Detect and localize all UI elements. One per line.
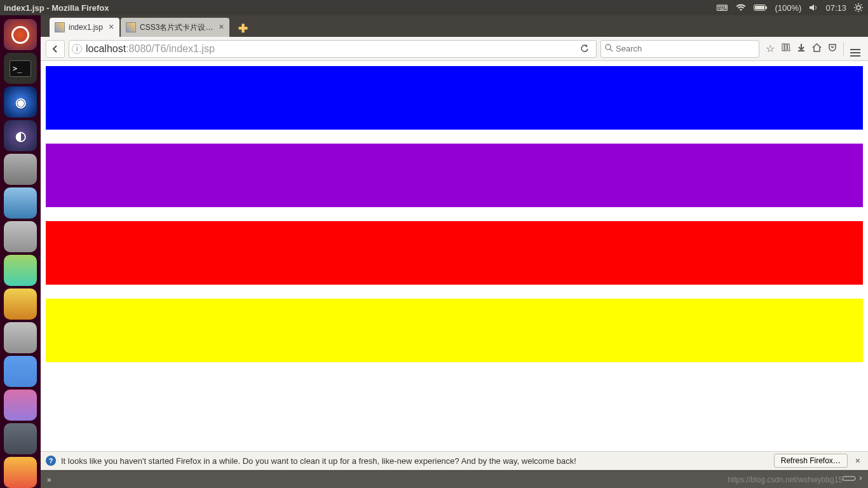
svg-point-3 — [857, 6, 860, 10]
url-bar[interactable]: i localhost:8080/T6/index1.jsp — [69, 40, 597, 58]
notification-text: It looks like you haven't started Firefo… — [61, 456, 576, 466]
toolbar-buttons: ☆ — [763, 41, 863, 57]
launcher-app-14[interactable] — [4, 457, 37, 488]
svg-rect-16 — [843, 477, 855, 480]
launcher-app-11[interactable] — [4, 356, 37, 387]
svg-text:×: × — [859, 475, 862, 482]
battery-text: (100%) — [775, 3, 802, 13]
window-title: index1.jsp - Mozilla Firefox — [4, 3, 109, 13]
search-bar[interactable] — [600, 40, 759, 58]
tab-close-button[interactable]: × — [107, 22, 116, 31]
notification-bar: ? It looks like you haven't started Fire… — [41, 451, 868, 470]
gear-icon[interactable] — [854, 3, 863, 12]
browser-tab[interactable]: CSS3名片式卡片设… × — [121, 18, 229, 37]
library-button[interactable] — [781, 43, 790, 55]
downloads-button[interactable] — [797, 43, 806, 55]
search-input[interactable] — [616, 44, 755, 53]
launcher-app-5[interactable] — [4, 154, 37, 185]
tab-close-button[interactable]: × — [217, 22, 226, 31]
browser-window: index1.jsp × CSS3名片式卡片设… × ✚ i localhost… — [41, 15, 868, 488]
keyboard-icon[interactable]: ⌨ — [716, 3, 728, 13]
battery-icon[interactable] — [754, 4, 768, 11]
svg-line-13 — [610, 49, 613, 51]
url-rest: :8080/T6/index1.jsp — [126, 43, 215, 55]
addon-bar: » × — [41, 470, 868, 488]
back-button[interactable] — [46, 40, 65, 58]
launcher-app-7[interactable] — [4, 221, 37, 252]
page-viewport — [41, 61, 868, 488]
wifi-icon[interactable] — [736, 4, 746, 11]
favicon-icon — [55, 22, 65, 32]
launcher-app-10[interactable] — [4, 322, 37, 353]
system-indicators[interactable]: ⌨ (100%) 07:13 — [716, 3, 863, 13]
bookmark-star-button[interactable]: ☆ — [766, 43, 775, 55]
svg-line-11 — [855, 10, 857, 11]
launcher-eclipse[interactable]: ◐ — [4, 120, 37, 151]
svg-line-8 — [855, 4, 857, 6]
tab-label: index1.jsp — [69, 23, 103, 32]
reload-button[interactable] — [576, 41, 593, 57]
system-menu-bar: index1.jsp - Mozilla Firefox ⌨ (100%) 07… — [0, 0, 868, 15]
tab-label: CSS3名片式卡片设… — [140, 22, 213, 33]
svg-rect-1 — [766, 6, 767, 9]
launcher-app-13[interactable] — [4, 423, 37, 454]
launcher-terminal[interactable] — [4, 53, 37, 84]
launcher-chrome[interactable]: ◉ — [4, 86, 37, 118]
clock-text: 07:13 — [825, 3, 846, 13]
svg-rect-2 — [755, 6, 764, 10]
content-bar-purple — [46, 144, 863, 207]
browser-navbar: i localhost:8080/T6/index1.jsp ☆ — [41, 37, 868, 61]
addon-bar-right[interactable]: × — [843, 475, 862, 484]
content-bar-blue — [46, 66, 863, 130]
svg-rect-14 — [782, 44, 784, 51]
url-host: localhost — [86, 43, 126, 55]
pocket-button[interactable] — [828, 43, 837, 55]
url-input[interactable] — [215, 44, 576, 54]
content-bar-red — [46, 221, 863, 285]
new-tab-button[interactable]: ✚ — [234, 20, 251, 37]
launcher-app-9[interactable] — [4, 288, 37, 320]
refresh-firefox-button[interactable]: Refresh Firefox… — [774, 454, 848, 468]
launcher-dash[interactable] — [4, 19, 37, 50]
launcher-dock: ◉ ◐ — [0, 15, 41, 488]
svg-point-12 — [606, 44, 611, 50]
menu-button[interactable] — [850, 41, 860, 57]
volume-icon[interactable] — [809, 4, 818, 11]
content-bar-yellow — [46, 299, 863, 362]
addon-bar-chevron[interactable]: » — [47, 475, 51, 484]
svg-rect-15 — [785, 44, 787, 51]
launcher-app-12[interactable] — [4, 390, 37, 421]
browser-tabstrip: index1.jsp × CSS3名片式卡片设… × ✚ — [41, 15, 868, 37]
search-icon — [605, 43, 613, 55]
svg-line-10 — [861, 4, 862, 6]
launcher-app-8[interactable] — [4, 255, 37, 286]
favicon-icon — [126, 22, 136, 32]
launcher-app-6[interactable] — [4, 187, 37, 219]
svg-line-9 — [861, 10, 862, 11]
home-button[interactable] — [812, 43, 822, 55]
toolbar-separator — [843, 43, 844, 55]
notification-close-button[interactable]: × — [853, 456, 863, 466]
browser-tab[interactable]: index1.jsp × — [50, 18, 119, 37]
site-info-icon[interactable]: i — [72, 44, 82, 54]
info-icon: ? — [46, 456, 56, 466]
window-title-text: index1.jsp - Mozilla Firefox — [4, 3, 109, 13]
